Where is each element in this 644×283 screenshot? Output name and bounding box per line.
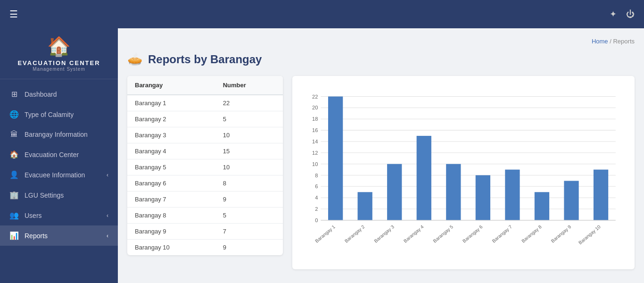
svg-text:14: 14	[312, 139, 318, 144]
nav-label-barangay-information: Barangay Information	[25, 131, 88, 138]
cell-barangay-7: Barangay 8	[127, 208, 215, 224]
cell-number-0: 22	[215, 95, 283, 111]
page-title-icon: 🥧	[127, 52, 142, 67]
hamburger-icon[interactable]: ☰	[9, 8, 18, 20]
bar-7	[505, 170, 520, 220]
bar-2	[358, 192, 372, 220]
svg-text:2: 2	[315, 206, 318, 212]
nav-label-lgu-settings: LGU Settings	[25, 191, 64, 199]
cell-barangay-0: Barangay 1	[127, 95, 215, 111]
bar-label-9: Barangay 9	[550, 224, 572, 244]
sidebar: 🏠 EVACUATION CENTER Management System ⊞ …	[0, 28, 118, 283]
cell-barangay-6: Barangay 7	[127, 191, 215, 208]
bar-label-5: Barangay 5	[432, 224, 454, 244]
power-icon[interactable]: ⏻	[626, 9, 635, 19]
nav-label-type-of-calamity: Type of Calamity	[25, 111, 74, 118]
nav-icon-evacuation-center: 🏠	[9, 150, 19, 159]
svg-text:22: 22	[312, 94, 318, 100]
cell-number-9: 9	[215, 240, 283, 256]
bar-label-6: Barangay 6	[462, 224, 484, 244]
nav-icon-type-of-calamity: 🌐	[9, 110, 19, 119]
cell-number-7: 5	[215, 208, 283, 224]
cell-barangay-4: Barangay 5	[127, 159, 215, 175]
cell-barangay-5: Barangay 6	[127, 175, 215, 191]
col-barangay: Barangay	[127, 76, 215, 95]
bar-chart: 0246810121416182022Barangay 1Barangay 2B…	[302, 85, 625, 260]
table-row: Barangay 10 9	[127, 240, 283, 256]
page-title-text: Reports by Barangay	[148, 53, 262, 66]
cell-number-2: 10	[215, 127, 283, 143]
cell-barangay-9: Barangay 10	[127, 240, 215, 256]
sidebar-item-users[interactable]: 👥 Users ‹	[0, 205, 118, 225]
table-row: Barangay 1 22	[127, 95, 283, 111]
nav-icon-reports: 📊	[9, 231, 19, 240]
bar-8	[535, 192, 549, 220]
bar-label-10: Barangay 10	[578, 224, 602, 245]
sidebar-item-type-of-calamity[interactable]: 🌐 Type of Calamity	[0, 104, 118, 125]
sidebar-item-reports[interactable]: 📊 Reports ‹	[0, 225, 118, 246]
header-right: ✦ ⏻	[610, 9, 635, 19]
chevron-users: ‹	[107, 212, 108, 219]
bar-9	[564, 181, 578, 220]
bar-chart-container: 0246810121416182022Barangay 1Barangay 2B…	[302, 85, 625, 260]
nav-label-evacuee-information: Evacuee Information	[25, 171, 85, 179]
cell-number-6: 9	[215, 191, 283, 208]
bar-6	[476, 175, 490, 220]
page-title-row: 🥧 Reports by Barangay	[127, 52, 635, 67]
svg-text:20: 20	[312, 105, 318, 110]
table-card: Barangay Number Barangay 1 22Barangay 2 …	[127, 76, 283, 255]
logo-subtitle: Management System	[33, 67, 85, 72]
sidebar-item-lgu-settings[interactable]: 🏢 LGU Settings	[0, 185, 118, 205]
bar-1	[328, 97, 343, 220]
tools-icon[interactable]: ✦	[610, 9, 617, 19]
table-header-row: Barangay Number	[127, 76, 283, 95]
cell-barangay-2: Barangay 3	[127, 127, 215, 143]
nav-icon-lgu-settings: 🏢	[9, 191, 19, 200]
svg-text:4: 4	[315, 195, 318, 200]
logo-icon: 🏠	[47, 35, 71, 58]
nav-label-evacuation-center: Evacuation Center	[25, 151, 79, 158]
top-header: ☰ ✦ ⏻	[0, 0, 644, 28]
table-row: Barangay 6 8	[127, 175, 283, 191]
sidebar-nav: ⊞ Dashboard 🌐 Type of Calamity 🏛 Baranga…	[0, 79, 118, 250]
header-left: ☰	[9, 8, 18, 20]
sidebar-logo: 🏠 EVACUATION CENTER Management System	[0, 28, 118, 79]
svg-text:6: 6	[315, 183, 318, 189]
sidebar-item-barangay-information[interactable]: 🏛 Barangay Information	[0, 125, 118, 144]
main-content: Home / Reports 🥧 Reports by Barangay Bar…	[118, 28, 644, 283]
nav-label-users: Users	[25, 212, 42, 219]
chevron-evacuee-information: ‹	[107, 172, 108, 178]
bar-label-7: Barangay 7	[491, 224, 513, 244]
sidebar-item-evacuee-information[interactable]: 👤 Evacuee Information ‹	[0, 165, 118, 185]
bar-label-3: Barangay 3	[373, 224, 395, 244]
svg-text:0: 0	[315, 217, 318, 223]
bar-label-2: Barangay 2	[344, 224, 366, 244]
cell-barangay-3: Barangay 4	[127, 143, 215, 159]
table-row: Barangay 2 5	[127, 111, 283, 127]
col-number: Number	[215, 76, 283, 95]
bar-4	[417, 136, 431, 220]
table-row: Barangay 4 15	[127, 143, 283, 159]
chevron-reports: ‹	[107, 233, 108, 239]
cell-number-1: 5	[215, 111, 283, 127]
cell-barangay-1: Barangay 2	[127, 111, 215, 127]
cell-number-5: 8	[215, 175, 283, 191]
svg-text:16: 16	[312, 127, 318, 133]
breadcrumb-home[interactable]: Home	[592, 38, 608, 45]
breadcrumb: Home / Reports	[127, 38, 635, 45]
bar-label-8: Barangay 8	[520, 224, 543, 244]
nav-icon-dashboard: ⊞	[9, 90, 19, 99]
nav-icon-barangay-information: 🏛	[9, 130, 19, 139]
cell-number-3: 15	[215, 143, 283, 159]
svg-text:8: 8	[315, 173, 318, 178]
sidebar-item-evacuation-center[interactable]: 🏠 Evacuation Center	[0, 144, 118, 165]
nav-icon-users: 👥	[9, 211, 19, 220]
breadcrumb-current: Reports	[613, 38, 635, 45]
cell-barangay-8: Barangay 9	[127, 224, 215, 240]
svg-text:12: 12	[312, 150, 318, 156]
cards-row: Barangay Number Barangay 1 22Barangay 2 …	[127, 76, 635, 269]
svg-text:10: 10	[312, 161, 318, 167]
nav-icon-evacuee-information: 👤	[9, 170, 19, 179]
svg-text:18: 18	[312, 116, 318, 122]
sidebar-item-dashboard[interactable]: ⊞ Dashboard	[0, 84, 118, 104]
